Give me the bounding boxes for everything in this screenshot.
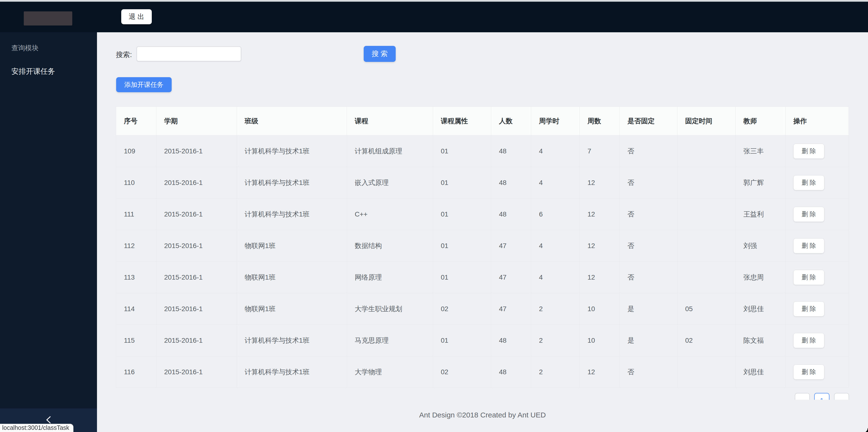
column-header-weeks: 周数 <box>580 107 620 136</box>
cell-course_type: 01 <box>433 199 491 230</box>
cell-semester: 2015-2016-1 <box>156 167 237 199</box>
cell-weeks: 12 <box>580 230 620 262</box>
cell-id: 113 <box>116 262 156 293</box>
cell-teacher: 王益利 <box>736 199 785 230</box>
cell-class: 计算机科学与技术1班 <box>237 136 347 167</box>
cell-course_type: 02 <box>433 293 491 325</box>
delete-button[interactable]: 删 除 <box>793 207 824 222</box>
cell-course: 大学物理 <box>347 356 433 388</box>
delete-button[interactable]: 删 除 <box>793 333 824 348</box>
sidebar-item-class-task[interactable]: 安排开课任务 <box>11 66 55 77</box>
cell-weeks: 10 <box>580 325 620 356</box>
table-row: 1162015-2016-1计算机科学与技术1班大学物理0248212否刘思佳删… <box>116 356 849 388</box>
search-input[interactable] <box>136 46 241 61</box>
cell-actions: 删 除 <box>785 356 849 388</box>
cell-weekly_hours: 6 <box>531 199 580 230</box>
sidebar-item-query-module[interactable]: 查询模块 <box>11 44 38 53</box>
cell-semester: 2015-2016-1 <box>156 293 237 325</box>
cell-course_type: 01 <box>433 262 491 293</box>
delete-button[interactable]: 删 除 <box>793 144 824 159</box>
column-header-actions: 操作 <box>785 107 849 136</box>
column-header-id: 序号 <box>116 107 156 136</box>
cell-weekly_hours: 4 <box>531 167 580 199</box>
cell-students: 47 <box>491 230 531 262</box>
logout-button[interactable]: 退 出 <box>121 9 152 24</box>
cell-id: 109 <box>116 136 156 167</box>
cell-students: 48 <box>491 136 531 167</box>
app-header: 退 出 <box>0 2 868 32</box>
cell-id: 112 <box>116 230 156 262</box>
cell-class: 物联网1班 <box>237 230 347 262</box>
cell-teacher: 刘思佳 <box>736 356 785 388</box>
cell-weekly_hours: 2 <box>531 325 580 356</box>
cell-course_type: 01 <box>433 167 491 199</box>
cell-class: 物联网1班 <box>237 262 347 293</box>
delete-button[interactable]: 删 除 <box>793 301 824 316</box>
cell-students: 48 <box>491 199 531 230</box>
cell-teacher: 张三丰 <box>736 136 785 167</box>
cell-fixed_time: 02 <box>677 325 736 356</box>
pagination-current-page[interactable]: 1 <box>814 393 830 400</box>
cell-students: 48 <box>491 356 531 388</box>
cell-id: 110 <box>116 167 156 199</box>
cell-fixed_time <box>677 199 736 230</box>
cell-course: C++ <box>347 199 433 230</box>
cell-actions: 删 除 <box>785 199 849 230</box>
cell-fixed: 是 <box>620 325 677 356</box>
cell-students: 48 <box>491 167 531 199</box>
cell-actions: 删 除 <box>785 167 849 199</box>
cell-fixed_time <box>677 356 736 388</box>
cell-fixed_time <box>677 167 736 199</box>
cell-weekly_hours: 2 <box>531 356 580 388</box>
cell-semester: 2015-2016-1 <box>156 199 237 230</box>
cell-actions: 删 除 <box>785 293 849 325</box>
column-header-weekly_hours: 周学时 <box>531 107 580 136</box>
cell-weeks: 12 <box>580 356 620 388</box>
table-row: 1092015-2016-1计算机科学与技术1班计算机组成原理014847否张三… <box>116 136 849 167</box>
column-header-fixed_time: 固定时间 <box>677 107 736 136</box>
app-logo <box>24 11 72 26</box>
screen-corner <box>863 428 868 432</box>
cell-fixed: 否 <box>620 230 677 262</box>
cell-students: 47 <box>491 293 531 325</box>
cell-course_type: 01 <box>433 325 491 356</box>
cell-weeks: 12 <box>580 167 620 199</box>
cell-course_type: 02 <box>433 356 491 388</box>
add-task-button[interactable]: 添加开课任务 <box>116 77 172 92</box>
main-content: 搜索: 搜 索 添加开课任务 序号学期班级课程课程属性人数周学时周数是否固定固定… <box>97 32 868 432</box>
pagination: ‹ 1 › <box>795 393 850 400</box>
cell-fixed: 否 <box>620 356 677 388</box>
column-header-class: 班级 <box>237 107 347 136</box>
delete-button[interactable]: 删 除 <box>793 175 824 190</box>
cell-fixed: 否 <box>620 167 677 199</box>
cell-actions: 删 除 <box>785 230 849 262</box>
cell-semester: 2015-2016-1 <box>156 230 237 262</box>
table-row: 1102015-2016-1计算机科学与技术1班嵌入式原理0148412否郭广辉… <box>116 167 849 199</box>
cell-teacher: 郭广辉 <box>736 167 785 199</box>
cell-students: 47 <box>491 262 531 293</box>
cell-fixed: 是 <box>620 293 677 325</box>
cell-class: 计算机科学与技术1班 <box>237 199 347 230</box>
table-header: 序号学期班级课程课程属性人数周学时周数是否固定固定时间教师操作 <box>116 107 849 136</box>
delete-button[interactable]: 删 除 <box>793 365 824 380</box>
cell-class: 物联网1班 <box>237 293 347 325</box>
cell-weeks: 10 <box>580 293 620 325</box>
pagination-next-button[interactable]: › <box>834 393 849 400</box>
pagination-prev-button[interactable]: ‹ <box>795 393 810 400</box>
cell-teacher: 刘强 <box>736 230 785 262</box>
cell-weeks: 12 <box>580 262 620 293</box>
column-header-teacher: 教师 <box>736 107 785 136</box>
column-header-course_type: 课程属性 <box>433 107 491 136</box>
delete-button[interactable]: 删 除 <box>793 270 824 285</box>
cell-teacher: 刘思佳 <box>736 293 785 325</box>
cell-course: 网络原理 <box>347 262 433 293</box>
search-button[interactable]: 搜 索 <box>364 46 396 62</box>
delete-button[interactable]: 删 除 <box>793 238 824 253</box>
cell-id: 116 <box>116 356 156 388</box>
sidebar: 查询模块 安排开课任务 <box>0 32 97 432</box>
cell-fixed_time: 05 <box>677 293 736 325</box>
cell-id: 115 <box>116 325 156 356</box>
cell-class: 计算机科学与技术1班 <box>237 325 347 356</box>
cell-weeks: 12 <box>580 199 620 230</box>
cell-fixed: 否 <box>620 262 677 293</box>
